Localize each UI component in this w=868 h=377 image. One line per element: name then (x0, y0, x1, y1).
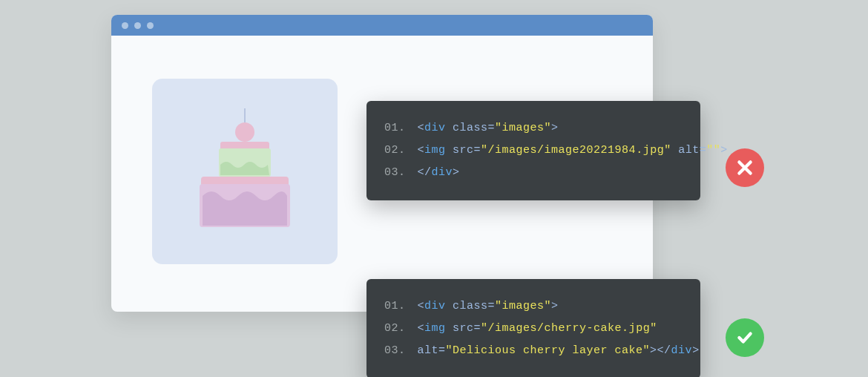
code-line: 01.<div class="images"> (384, 117, 683, 140)
line-number: 03. (384, 344, 406, 357)
window-dot (147, 22, 154, 29)
browser-titlebar (111, 15, 653, 36)
code-line: 02.<img src="/images/cherry-cake.jpg" (384, 318, 683, 340)
window-dot (134, 22, 141, 29)
code-block-good: 01.<div class="images">02.<img src="/ima… (366, 279, 700, 377)
x-icon (735, 158, 754, 177)
wrong-badge (726, 148, 764, 187)
code-line: 03.</div> (384, 162, 683, 184)
code-line: 03.alt="Delicious cherry layer cake"></d… (384, 340, 683, 362)
cake-icon (182, 101, 308, 242)
svg-point-1 (235, 122, 254, 142)
line-number: 03. (384, 166, 406, 179)
line-number: 01. (384, 122, 406, 134)
check-icon (735, 328, 754, 347)
line-number: 02. (384, 144, 406, 157)
window-dot (122, 22, 128, 29)
code-block-bad: 01.<div class="images">02.<img src="/ima… (366, 101, 700, 200)
correct-badge (726, 318, 764, 357)
line-number: 01. (384, 300, 406, 312)
image-preview (152, 79, 338, 264)
line-number: 02. (384, 322, 406, 335)
code-line: 02.<img src="/images/image20221984.jpg" … (384, 140, 683, 162)
code-line: 01.<div class="images"> (384, 295, 683, 318)
